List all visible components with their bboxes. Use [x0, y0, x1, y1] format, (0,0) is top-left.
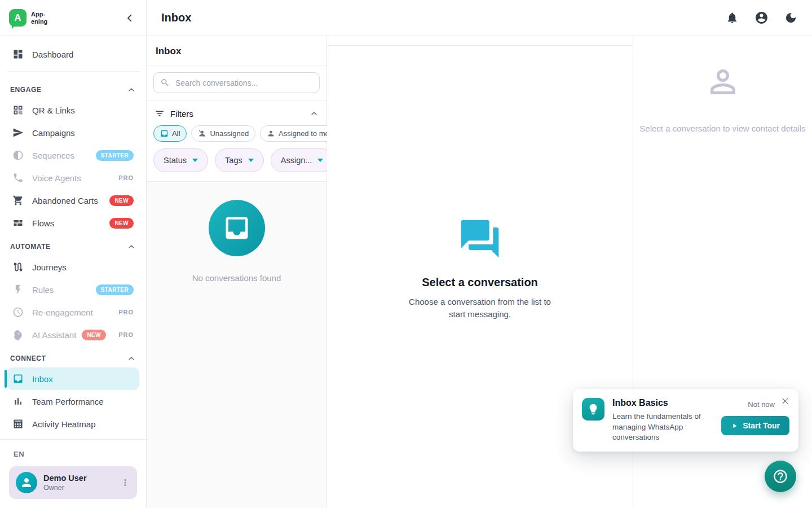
bar-chart-icon [12, 396, 24, 407]
sidebar-item-re-engagement[interactable]: Re-engagement PRO [7, 301, 139, 323]
conversations-header: Inbox [147, 36, 326, 65]
toast-body: Inbox Basics Learn the fundamentals of m… [612, 398, 721, 443]
chat-bubbles-icon [457, 216, 502, 261]
close-button[interactable] [780, 396, 791, 406]
language-selector[interactable]: EN [9, 448, 137, 466]
chevron-up-icon[interactable] [127, 85, 136, 94]
filter-chip-unassigned[interactable]: Unassigned [191, 125, 255, 142]
user-card[interactable]: Demo User Owner [9, 466, 137, 499]
conversations-empty-message: No conversations found [192, 273, 281, 283]
sidebar-item-label: AI Assistant [32, 330, 76, 340]
sidebar-item-rules[interactable]: Rules STARTER [7, 278, 139, 301]
sidebar-item-sequences[interactable]: Sequences STARTER [7, 144, 139, 167]
sidebar-footer: EN Demo User Owner [0, 439, 146, 508]
sidebar-item-label: Abandoned Carts [32, 196, 98, 205]
starter-badge: STARTER [96, 150, 134, 161]
sidebar-item-label: Inbox [32, 374, 53, 384]
chat-empty-subtitle: Choose a conversation from the list to s… [404, 296, 556, 321]
filter-chip-assigned-to-me[interactable]: Assigned to me [260, 125, 336, 142]
status-dropdown[interactable]: Status [153, 148, 208, 172]
dashboard-icon [12, 49, 24, 60]
user-name: Demo User [43, 474, 87, 483]
brand-logo: A [9, 9, 27, 27]
pro-label: PRO [118, 174, 134, 181]
user-role: Owner [43, 484, 87, 492]
new-badge: NEW [109, 195, 134, 206]
chevron-up-icon[interactable] [127, 354, 136, 363]
sidebar-divider [7, 71, 139, 72]
sidebar-item-journeys[interactable]: Journeys [7, 256, 139, 278]
starter-badge: STARTER [96, 284, 134, 295]
chip-label: Unassigned [210, 129, 249, 138]
dropdown-label: Tags [225, 156, 242, 165]
sidebar-item-voice-agents[interactable]: Voice Agents PRO [7, 167, 139, 189]
sidebar-item-label: Activity Heatmap [32, 419, 96, 429]
search-icon [160, 78, 170, 87]
filter-dropdowns: Status Tags Assign... [153, 148, 320, 172]
filters-section: Filters All [147, 100, 326, 182]
toast-title: Inbox Basics [612, 398, 721, 408]
sidebar-item-label: Dashboard [32, 50, 73, 59]
section-title: ENGAGE [10, 86, 42, 94]
account-button[interactable] [754, 11, 769, 25]
sidebar-item-label: Sequences [32, 151, 74, 160]
sidebar-item-label: Rules [32, 285, 54, 295]
chip-label: All [172, 129, 180, 138]
toast-actions: Not now Start Tour [721, 398, 789, 443]
search-input[interactable] [153, 72, 320, 93]
bell-icon [726, 11, 739, 24]
sidebar-item-label: Team Performance [32, 397, 104, 406]
avatar [16, 472, 37, 493]
topbar-actions [726, 11, 797, 25]
sidebar-item-inbox[interactable]: Inbox [7, 367, 139, 390]
close-icon [781, 397, 789, 405]
sidebar-item-campaigns[interactable]: Campaigns [7, 121, 139, 144]
sidebar-item-qr-links[interactable]: QR & Links [7, 99, 139, 121]
chat-panel-header [327, 36, 633, 46]
cart-icon [12, 195, 24, 206]
start-tour-label: Start Tour [743, 421, 780, 430]
section-title: AUTOMATE [10, 243, 51, 251]
filters-label: Filters [170, 109, 193, 119]
filter-list-icon [155, 108, 165, 119]
account-circle-icon [754, 11, 769, 25]
brand-logo-letter: A [14, 12, 21, 24]
sidebar-item-flows[interactable]: Flows NEW [7, 212, 139, 234]
chip-label: Assigned to me [279, 129, 329, 138]
sidebar-item-dashboard[interactable]: Dashboard [7, 43, 139, 65]
chevron-up-icon[interactable] [127, 242, 136, 251]
sidebar-item-abandoned-carts[interactable]: Abandoned Carts NEW [7, 189, 139, 212]
sidebar-section-engage: ENGAGE [7, 77, 139, 99]
tags-dropdown[interactable]: Tags [215, 148, 264, 172]
sidebar-item-label: Journeys [32, 262, 67, 272]
toast-text: Learn the fundamentals of managing Whats… [612, 411, 707, 443]
empty-inbox-icon [209, 200, 265, 256]
sidebar-item-label: Campaigns [32, 128, 75, 138]
sidebar-item-label: Voice Agents [32, 173, 81, 183]
conversations-panel: Inbox Filters [147, 36, 327, 508]
sidebar-item-team-performance[interactable]: Team Performance [7, 390, 139, 413]
sidebar-item-ai-assistant[interactable]: AI Assistant NEW PRO [7, 323, 139, 346]
chevron-up-icon[interactable] [310, 109, 319, 118]
filters-header[interactable]: Filters [153, 107, 320, 125]
not-now-button[interactable]: Not now [748, 400, 775, 409]
send-icon [12, 127, 24, 138]
help-button[interactable] [765, 461, 796, 492]
topbar: Inbox [147, 0, 812, 36]
moon-icon [784, 11, 797, 24]
dropdown-label: Assign... [281, 156, 312, 165]
start-tour-button[interactable]: Start Tour [721, 416, 789, 435]
person-off-icon [198, 129, 206, 138]
selected-indicator [5, 370, 7, 388]
assignee-dropdown[interactable]: Assign... [271, 148, 334, 172]
tour-toast: Inbox Basics Learn the fundamentals of m… [573, 389, 798, 452]
filter-chip-all[interactable]: All [153, 125, 187, 142]
sidebar-item-activity-heatmap[interactable]: Activity Heatmap [7, 413, 139, 435]
brand-name-bottom: ening [31, 18, 47, 25]
brand-name: App- ening [31, 11, 47, 25]
filter-chips: All Unassigned Assigned to me [153, 125, 320, 142]
more-vertical-icon[interactable] [120, 478, 130, 488]
sidebar-collapse-button[interactable] [122, 11, 137, 25]
notifications-button[interactable] [726, 11, 739, 24]
dark-mode-toggle[interactable] [784, 11, 797, 24]
